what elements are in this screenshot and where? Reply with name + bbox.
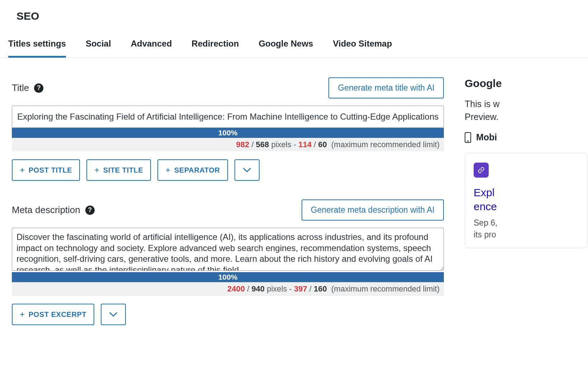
preview-title: Expl ence <box>474 185 579 213</box>
mobile-label: Mobi <box>476 132 497 143</box>
meta-progress-bar: 100% <box>12 272 444 282</box>
add-site-title-button[interactable]: + SITE TITLE <box>86 159 151 181</box>
tab-redirection[interactable]: Redirection <box>191 39 239 58</box>
title-label-text: Title <box>12 82 29 93</box>
tab-advanced[interactable]: Advanced <box>131 39 172 58</box>
mobile-preview-toggle[interactable]: Mobi <box>465 132 588 143</box>
help-icon[interactable]: ? <box>34 83 43 93</box>
generate-meta-description-ai-button[interactable]: Generate meta description with AI <box>302 199 444 221</box>
title-chars-current: 114 <box>298 140 312 149</box>
google-preview-heading: Google <box>465 77 588 90</box>
title-input[interactable] <box>12 106 444 128</box>
more-meta-tags-button[interactable] <box>101 304 126 325</box>
chevron-down-icon <box>243 168 251 173</box>
page-heading: SEO <box>0 0 588 26</box>
meta-description-input[interactable]: Discover the fascinating world of artifi… <box>12 228 444 271</box>
tabs-bar: Titles settings Social Advanced Redirect… <box>0 26 588 58</box>
tab-video-sitemap[interactable]: Video Sitemap <box>333 39 392 58</box>
add-post-excerpt-button[interactable]: + POST EXCERPT <box>12 304 94 325</box>
meta-counter-suffix: (maximum recommended limit) <box>331 284 440 293</box>
site-favicon <box>474 163 489 178</box>
plus-icon: + <box>20 310 25 319</box>
generate-meta-title-ai-button[interactable]: Generate meta title with AI <box>328 77 444 98</box>
add-post-title-button[interactable]: + POST TITLE <box>12 159 80 181</box>
preview-meta: Sep 6, its pro <box>474 217 579 241</box>
phone-icon <box>465 132 471 143</box>
more-title-tags-button[interactable] <box>234 159 260 181</box>
title-pixels-current: 982 <box>236 140 250 149</box>
google-preview-description: This is w Preview. <box>465 97 588 124</box>
tab-google-news[interactable]: Google News <box>259 39 313 58</box>
meta-description-label-text: Meta description <box>12 204 80 216</box>
plus-icon: + <box>94 166 100 174</box>
chevron-down-icon <box>109 312 117 317</box>
meta-description-label: Meta description ? <box>12 204 95 216</box>
tab-titles-settings[interactable]: Titles settings <box>8 39 66 58</box>
plus-icon: + <box>165 166 171 174</box>
link-icon <box>478 167 485 174</box>
plus-icon: + <box>20 166 25 174</box>
title-progress-bar: 100% <box>12 128 444 138</box>
title-counter-suffix: (maximum recommended limit) <box>331 140 440 149</box>
meta-pixels-current: 2400 <box>227 284 245 293</box>
tab-social[interactable]: Social <box>86 39 111 58</box>
add-separator-button[interactable]: + SEPARATOR <box>157 159 228 181</box>
title-pixels-max: 568 <box>256 140 269 149</box>
meta-chars-current: 397 <box>294 284 307 293</box>
title-label: Title ? <box>12 82 43 93</box>
google-preview-card: Expl ence Sep 6, its pro <box>465 153 588 249</box>
meta-chars-max: 160 <box>314 284 327 293</box>
title-counter: 982 / 568 pixels - 114 / 60 (maximum rec… <box>12 138 444 151</box>
meta-counter: 2400 / 940 pixels - 397 / 160 (maximum r… <box>12 282 444 296</box>
meta-pixels-max: 940 <box>251 284 265 293</box>
title-chars-max: 60 <box>318 140 327 149</box>
help-icon[interactable]: ? <box>85 206 95 215</box>
